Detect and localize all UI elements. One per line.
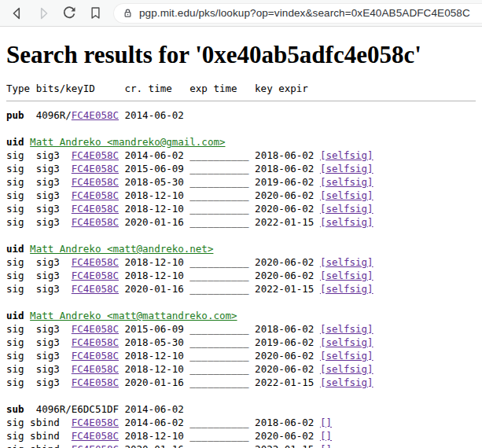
keyid-link[interactable]: FC4E058C xyxy=(72,109,119,121)
row-text: 2020-01-16 __________ 2022-01-15 xyxy=(119,283,320,295)
row-text: sig sig3 xyxy=(6,189,72,201)
keyid-link[interactable]: FC4E058C xyxy=(72,443,119,448)
keyid-link[interactable]: FC4E058C xyxy=(72,323,119,335)
keyid-link[interactable]: FC4E058C xyxy=(72,283,119,295)
row-text: sig sig3 xyxy=(6,270,72,281)
selfsig-link[interactable]: [selfsig] xyxy=(320,189,373,201)
reload-button[interactable] xyxy=(58,2,80,24)
uid-row: uid Matt Andreko <matt@andreko.net> xyxy=(6,242,476,255)
selfsig-link[interactable]: [selfsig] xyxy=(320,176,373,188)
keyid-link[interactable]: FC4E058C xyxy=(72,203,119,215)
divider xyxy=(6,101,476,101)
selfsig-link[interactable]: [selfsig] xyxy=(320,336,373,348)
row-text: 2020-01-16 __________ 2022-01-15 xyxy=(119,443,320,448)
row-text: 2018-12-10 __________ 2020-06-02 xyxy=(119,270,320,281)
uid-link[interactable]: Matt Andreko <matt@andreko.net> xyxy=(30,243,213,255)
keyid-link[interactable]: FC4E058C xyxy=(72,270,119,281)
row-text: 2014-06-02 __________ 2018-06-02 xyxy=(119,417,320,428)
sig-row: sig sig3 FC4E058C 2018-12-10 __________ … xyxy=(6,255,476,269)
selfsig-link[interactable]: [selfsig] xyxy=(320,149,373,161)
sig-row: sig sig3 FC4E058C 2020-01-16 __________ … xyxy=(6,215,476,229)
row-text xyxy=(6,390,13,402)
selfsig-link[interactable]: [selfsig] xyxy=(320,376,373,388)
row-text: 2018-12-10 __________ 2020-06-02 xyxy=(119,203,320,215)
selfsig-link[interactable]: [selfsig] xyxy=(320,270,373,281)
sig-row: sig sig3 FC4E058C 2018-05-30 __________ … xyxy=(6,175,476,189)
row-text: 2018-12-10 __________ 2020-06-02 xyxy=(119,430,320,442)
row-text: sig sig3 xyxy=(6,203,72,215)
selfsig-link[interactable]: [selfsig] xyxy=(320,163,373,174)
row-text xyxy=(6,123,13,134)
type-label: uid xyxy=(6,243,24,255)
type-label: uid xyxy=(6,310,24,321)
row-text: sig sig3 xyxy=(6,149,72,161)
keyid-link[interactable]: FC4E058C xyxy=(72,163,119,174)
selfsig-link[interactable]: [selfsig] xyxy=(320,283,373,295)
keyid-link[interactable]: FC4E058C xyxy=(72,376,119,388)
blank-line xyxy=(6,229,476,242)
keyid-link[interactable]: FC4E058C xyxy=(72,149,119,161)
row-text xyxy=(24,136,31,148)
row-text: sig sbind xyxy=(6,430,72,442)
keyid-link[interactable]: FC4E058C xyxy=(72,417,119,428)
selfsig-link[interactable]: [selfsig] xyxy=(320,323,373,335)
selfsig-link[interactable]: [selfsig] xyxy=(320,256,373,268)
row-text: 2018-12-10 __________ 2020-06-02 xyxy=(119,256,320,268)
keyid-link[interactable]: FC4E058C xyxy=(72,336,119,348)
reload-icon xyxy=(61,5,78,22)
row-text: 2020-01-16 __________ 2022-01-15 xyxy=(119,376,320,388)
row-text: 4096R/E6DC51DF 2014-06-02 xyxy=(24,403,184,415)
page-title: Search results for '0xe40ab5adfc4e058c' xyxy=(6,41,476,69)
row-text: 2018-05-30 __________ 2019-06-02 xyxy=(119,336,320,348)
row-text: 2015-06-09 __________ 2018-06-02 xyxy=(119,163,320,174)
row-text: 2018-12-10 __________ 2020-06-02 xyxy=(119,350,320,362)
back-button[interactable] xyxy=(6,2,28,24)
row-text: sig sig3 xyxy=(6,350,72,362)
bookmark-button[interactable] xyxy=(84,2,106,24)
row-text xyxy=(6,230,13,241)
selfsig-link[interactable]: [selfsig] xyxy=(320,363,373,375)
row-text: 2020-01-16 __________ 2022-01-15 xyxy=(119,216,320,228)
sig-row: sig sig3 FC4E058C 2020-01-16 __________ … xyxy=(6,282,476,296)
row-text: sig sbind xyxy=(6,443,72,448)
empty-sig-link[interactable]: [] xyxy=(320,430,332,442)
uid-row: uid Matt Andreko <matt@mattandreko.com> xyxy=(6,309,476,322)
keyid-link[interactable]: FC4E058C xyxy=(72,256,119,268)
selfsig-link[interactable]: [selfsig] xyxy=(320,203,373,215)
address-bar[interactable]: pgp.mit.edu/pks/lookup?op=vindex&search=… xyxy=(113,3,482,24)
uid-link[interactable]: Matt Andreko <mandreko@gmail.com> xyxy=(30,136,225,148)
sig-row: sig sig3 FC4E058C 2018-12-10 __________ … xyxy=(6,202,476,215)
sig-row: sig sig3 FC4E058C 2018-05-30 __________ … xyxy=(6,336,476,349)
browser-toolbar: pgp.mit.edu/pks/lookup?op=vindex&search=… xyxy=(0,0,482,27)
forward-button[interactable] xyxy=(32,2,54,24)
row-text: sig sig3 xyxy=(6,216,72,228)
selfsig-link[interactable]: [selfsig] xyxy=(320,350,373,362)
sig-row: sig sig3 FC4E058C 2015-06-09 __________ … xyxy=(6,322,476,336)
empty-sig-link[interactable]: [] xyxy=(320,443,332,448)
row-text: 2018-05-30 __________ 2019-06-02 xyxy=(119,176,320,188)
row-text: sig sig3 xyxy=(6,363,72,375)
back-icon xyxy=(9,5,26,22)
row-text: sig sig3 xyxy=(6,163,72,174)
row-text xyxy=(24,310,31,321)
row-text: sig sig3 xyxy=(6,336,72,348)
pub-row: pub 4096R/FC4E058C 2014-06-02 xyxy=(6,108,476,122)
keyid-link[interactable]: FC4E058C xyxy=(72,189,119,201)
row-text: 2018-12-10 __________ 2020-06-02 xyxy=(119,363,320,375)
empty-sig-link[interactable]: [] xyxy=(320,417,332,428)
type-label: uid xyxy=(6,136,24,148)
keyid-link[interactable]: FC4E058C xyxy=(72,176,119,188)
keyid-link[interactable]: FC4E058C xyxy=(72,363,119,375)
keyid-link[interactable]: FC4E058C xyxy=(72,430,119,442)
blank-line xyxy=(6,296,476,309)
keyid-link[interactable]: FC4E058C xyxy=(72,350,119,362)
bookmark-icon xyxy=(87,5,104,21)
keyid-link[interactable]: FC4E058C xyxy=(72,216,119,228)
row-text: 2014-06-02 __________ 2018-06-02 xyxy=(119,149,320,161)
blank-line xyxy=(6,122,476,135)
uid-link[interactable]: Matt Andreko <matt@mattandreko.com> xyxy=(30,310,237,321)
sig-row: sig sig3 FC4E058C 2018-12-10 __________ … xyxy=(6,269,476,282)
type-label: pub xyxy=(6,109,24,121)
row-text: 2015-06-09 __________ 2018-06-02 xyxy=(119,323,320,335)
selfsig-link[interactable]: [selfsig] xyxy=(320,216,373,228)
